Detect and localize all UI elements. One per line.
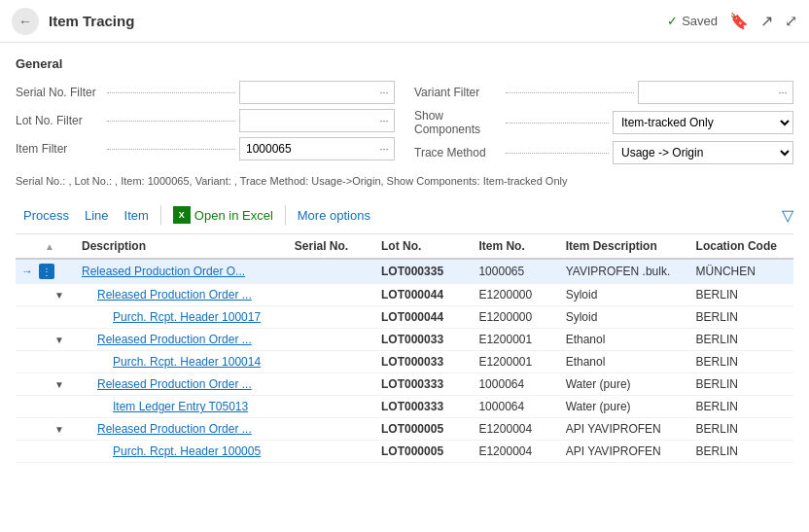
- table-row: Purch. Rcpt. Header 100014LOT000033E1200…: [16, 351, 793, 373]
- th-chevron: ▲: [39, 234, 76, 259]
- row-item-no: E1200000: [473, 284, 559, 306]
- row-description[interactable]: Purch. Rcpt. Header 100014: [76, 351, 289, 373]
- lot-no-filter-input[interactable]: [239, 109, 395, 132]
- item-button[interactable]: Item: [117, 204, 157, 227]
- table-wrap: ▲ Description Serial No. Lot No. Item No…: [16, 234, 793, 463]
- trace-method-row: Trace Method Usage -> Origin Origin -> U…: [414, 141, 793, 164]
- th-arrow: [16, 234, 39, 259]
- row-chevron-cell: ▼: [39, 284, 76, 306]
- row-serial: [289, 373, 375, 396]
- trace-method-select[interactable]: Usage -> Origin Origin -> Usage: [613, 141, 793, 164]
- row-item-no: E1200000: [473, 306, 559, 329]
- description-link[interactable]: Released Production Order ...: [97, 377, 252, 391]
- row-item-no: E1200001: [473, 329, 559, 351]
- row-item-desc: YAVIPROFEN .bulk.: [560, 259, 690, 284]
- trace-method-label: Trace Method: [414, 146, 502, 160]
- filter-icon[interactable]: ▽: [782, 206, 793, 225]
- serial-no-filter-row: Serial No. Filter ···: [16, 81, 395, 104]
- table-row: ▼Released Production Order ...LOT000033E…: [16, 329, 793, 351]
- description-link[interactable]: Purch. Rcpt. Header 100017: [113, 310, 261, 324]
- item-filter-btn[interactable]: ···: [373, 137, 395, 160]
- excel-icon: X: [173, 206, 191, 224]
- item-filter-row: Item Filter ···: [16, 137, 395, 160]
- description-link[interactable]: Released Production Order O...: [82, 265, 245, 278]
- variant-filter-input[interactable]: [638, 81, 793, 104]
- lot-no-filter-btn[interactable]: ···: [373, 109, 395, 132]
- row-options-button[interactable]: ⋮: [39, 264, 54, 279]
- line-button[interactable]: Line: [77, 204, 117, 227]
- chevron-down-icon[interactable]: ▼: [54, 379, 64, 390]
- row-arrow: [16, 418, 39, 441]
- lot-no-filter-label: Lot No. Filter: [16, 114, 103, 127]
- chevron-down-icon[interactable]: ▼: [54, 335, 64, 345]
- row-description[interactable]: Released Production Order ...: [76, 329, 289, 351]
- item-filter-input[interactable]: [239, 137, 395, 160]
- form-grid: Serial No. Filter ··· Lot No. Filter ···…: [16, 81, 793, 169]
- general-section-title: General: [16, 56, 793, 71]
- row-description[interactable]: Released Production Order ...: [76, 418, 289, 441]
- description-link[interactable]: Released Production Order ...: [97, 333, 252, 346]
- row-item-desc: API YAVIPROFEN: [560, 418, 690, 441]
- row-description[interactable]: Released Production Order ...: [76, 373, 289, 396]
- more-options-button[interactable]: More options: [290, 204, 378, 227]
- description-link[interactable]: Purch. Rcpt. Header 100014: [113, 355, 261, 369]
- description-link[interactable]: Released Production Order ...: [97, 422, 252, 436]
- bookmark-icon[interactable]: 🔖: [729, 12, 749, 30]
- item-dots: [107, 149, 235, 150]
- expand-icon[interactable]: ⤢: [785, 12, 797, 30]
- row-location: BERLIN: [690, 284, 793, 306]
- row-serial: [289, 306, 375, 329]
- trace-dots: [506, 153, 609, 154]
- open-in-excel-button[interactable]: X Open in Excel: [165, 202, 281, 228]
- row-location: BERLIN: [690, 373, 793, 396]
- row-description[interactable]: Released Production Order ...: [76, 284, 289, 306]
- lot-no-filter-row: Lot No. Filter ···: [16, 109, 395, 132]
- row-chevron-cell: ▼: [39, 418, 76, 441]
- row-description[interactable]: Item Ledger Entry T05013: [76, 396, 289, 418]
- filter-info: Serial No.: , Lot No.: , Item: 1000065, …: [16, 175, 793, 187]
- header-actions: ✓ Saved 🔖 ↗ ⤢: [667, 12, 797, 30]
- th-serial[interactable]: Serial No.: [289, 234, 375, 259]
- serial-no-filter-btn[interactable]: ···: [373, 81, 395, 104]
- serial-no-filter-input[interactable]: [239, 81, 395, 104]
- variant-filter-row: Variant Filter ···: [414, 81, 793, 104]
- row-location: BERLIN: [690, 441, 793, 463]
- row-serial: [289, 284, 375, 306]
- toolbar: Process Line Item X Open in Excel More o…: [16, 196, 793, 234]
- row-item-no: 1000064: [473, 373, 559, 396]
- table-row: Purch. Rcpt. Header 100005LOT000005E1200…: [16, 441, 793, 463]
- description-link[interactable]: Purch. Rcpt. Header 100005: [113, 444, 261, 458]
- row-serial: [289, 329, 375, 351]
- row-item-desc: Syloid: [560, 306, 690, 329]
- description-link[interactable]: Released Production Order ...: [97, 288, 252, 301]
- external-link-icon[interactable]: ↗: [760, 12, 773, 30]
- serial-no-filter-label: Serial No. Filter: [16, 86, 103, 99]
- row-serial: [289, 396, 375, 418]
- row-arrow: [16, 396, 39, 418]
- th-lot[interactable]: Lot No.: [375, 234, 473, 259]
- row-description[interactable]: Purch. Rcpt. Header 100017: [76, 306, 289, 329]
- th-item-desc[interactable]: Item Description: [560, 234, 690, 259]
- lot-dots: [107, 121, 235, 122]
- th-item-no[interactable]: Item No.: [473, 234, 559, 259]
- th-location[interactable]: Location Code: [690, 234, 793, 259]
- chevron-down-icon[interactable]: ▼: [54, 424, 64, 435]
- row-lot: LOT000044: [375, 284, 473, 306]
- process-button[interactable]: Process: [16, 204, 77, 227]
- show-components-select[interactable]: Item-tracked Only All No: [613, 111, 793, 134]
- saved-label: Saved: [682, 14, 718, 28]
- description-link[interactable]: Item Ledger Entry T05013: [113, 400, 248, 413]
- row-chevron-cell: ▼: [39, 329, 76, 351]
- row-description[interactable]: Purch. Rcpt. Header 100005: [76, 441, 289, 463]
- row-location: BERLIN: [690, 351, 793, 373]
- toolbar-divider: [160, 205, 161, 225]
- row-description[interactable]: Released Production Order O...: [76, 259, 289, 284]
- chevron-down-icon[interactable]: ▼: [54, 290, 64, 301]
- th-description[interactable]: Description: [76, 234, 289, 259]
- row-chevron-cell: [39, 396, 76, 418]
- back-button[interactable]: ←: [12, 8, 39, 35]
- variant-filter-label: Variant Filter: [414, 86, 502, 99]
- variant-filter-btn[interactable]: ···: [772, 81, 793, 104]
- row-item-no: E1200004: [473, 441, 559, 463]
- row-serial: [289, 441, 375, 463]
